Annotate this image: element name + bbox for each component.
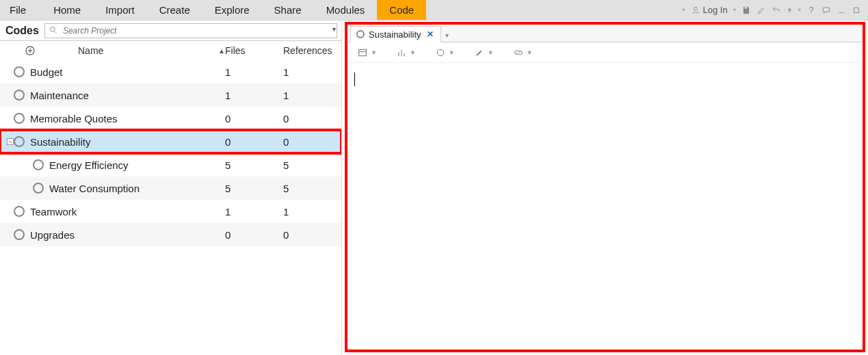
dot-sep: • <box>733 5 736 15</box>
layout-tool[interactable]: ▼ <box>357 47 377 58</box>
svg-rect-2 <box>823 7 829 11</box>
sort-asc-icon: ▲ <box>218 47 225 55</box>
highlight-tool[interactable]: ▼ <box>474 47 494 58</box>
link-tool[interactable]: ▼ <box>513 47 533 58</box>
search-input[interactable] <box>44 23 337 38</box>
row-refs: 0 <box>283 229 341 241</box>
node-icon <box>14 66 25 77</box>
menu-code[interactable]: Code <box>377 0 426 20</box>
row-refs: 1 <box>283 90 341 101</box>
row-files: 5 <box>225 159 283 171</box>
user-icon <box>691 5 700 15</box>
code-row-water-consumption[interactable]: Water Consumption55 <box>0 176 341 200</box>
panel-header: Codes ▾ <box>0 21 341 41</box>
comment-icon[interactable] <box>821 5 831 15</box>
svg-point-5 <box>50 27 55 31</box>
dot-sep: • <box>682 5 685 15</box>
row-name: Memorable Quotes <box>25 113 225 124</box>
search-icon <box>49 25 58 35</box>
col-name-header[interactable]: Name ▲ <box>36 45 225 56</box>
col-refs-header[interactable]: References <box>283 45 341 56</box>
row-name: Teamwork <box>25 206 225 218</box>
add-code-icon[interactable] <box>25 45 36 56</box>
node-icon <box>14 90 25 101</box>
tab-drop-icon[interactable]: ▾ <box>441 29 453 42</box>
node-icon <box>14 229 25 240</box>
row-files: 0 <box>225 229 283 241</box>
code-row-upgrades[interactable]: Upgrades00 <box>0 223 341 246</box>
svg-rect-4 <box>854 8 859 12</box>
menu-create[interactable]: Create <box>147 0 202 20</box>
menu-right: • Log In • ▼ • ? <box>682 5 868 15</box>
code-row-teamwork[interactable]: Teamwork11 <box>0 200 341 223</box>
row-name: Energy Efficiency <box>44 159 225 171</box>
login-label: Log In <box>703 5 728 15</box>
menu-modules[interactable]: Modules <box>314 0 378 20</box>
row-files: 1 <box>225 206 283 218</box>
node-icon <box>14 113 25 124</box>
undo-drop[interactable]: ▼ <box>787 7 793 14</box>
maximize-icon[interactable] <box>852 5 861 15</box>
row-name: Water Consumption <box>44 183 225 194</box>
workspace: Codes ▾ Name ▲ Files References Budget11… <box>0 21 868 355</box>
node-icon <box>356 30 365 38</box>
node-icon <box>14 136 25 147</box>
dot-sep: • <box>798 5 801 15</box>
row-refs: 5 <box>283 183 341 194</box>
row-files: 1 <box>225 66 283 78</box>
row-name: Maintenance <box>25 90 225 101</box>
menu-explore[interactable]: Explore <box>202 0 262 20</box>
row-refs: 5 <box>283 159 341 171</box>
svg-line-6 <box>55 31 57 33</box>
search-wrap: ▾ <box>44 23 337 38</box>
undo-icon[interactable] <box>772 5 781 15</box>
row-files: 0 <box>225 136 283 148</box>
menu-bar: FileHomeImportCreateExploreShareModulesC… <box>0 0 868 21</box>
editor-area[interactable] <box>347 63 863 350</box>
menu-file[interactable]: File <box>0 0 41 20</box>
menu-left: FileHomeImportCreateExploreShareModulesC… <box>0 0 426 20</box>
search-drop-icon[interactable]: ▾ <box>332 25 336 33</box>
circle-tool[interactable]: ▼ <box>435 47 455 58</box>
svg-rect-1 <box>745 6 748 8</box>
code-row-maintenance[interactable]: Maintenance11 <box>0 83 341 107</box>
menu-import[interactable]: Import <box>93 0 147 20</box>
menu-home[interactable]: Home <box>41 0 93 20</box>
login-button[interactable]: Log In <box>691 5 728 15</box>
row-refs: 0 <box>283 113 341 124</box>
chart-tool[interactable]: ▼ <box>396 47 416 58</box>
tab-strip: Sustainability ✕ ▾ <box>347 25 863 42</box>
node-icon <box>33 159 44 170</box>
row-refs: 0 <box>283 136 341 148</box>
detail-panel: Sustainability ✕ ▾ ▼ ▼ ▼ ▼ ▼ <box>345 22 865 352</box>
panel-title: Codes <box>0 25 44 37</box>
tab-sustainability[interactable]: Sustainability ✕ <box>350 26 441 42</box>
svg-point-0 <box>694 7 697 10</box>
menu-share[interactable]: Share <box>262 0 314 20</box>
col-files-header[interactable]: Files <box>225 45 283 56</box>
edit-icon[interactable] <box>757 5 766 15</box>
tab-label: Sustainability <box>369 29 421 40</box>
col-name-label: Name <box>78 45 103 56</box>
row-files: 0 <box>225 113 283 124</box>
tree-header: Name ▲ Files References <box>0 41 341 60</box>
help-icon[interactable]: ? <box>806 5 816 15</box>
row-name: Sustainability <box>25 136 225 148</box>
row-refs: 1 <box>283 66 341 78</box>
code-row-energy-efficiency[interactable]: Energy Efficiency55 <box>0 153 341 176</box>
node-icon <box>14 206 25 217</box>
code-row-sustainability[interactable]: –Sustainability00 <box>0 130 341 153</box>
svg-rect-10 <box>359 49 367 55</box>
close-icon[interactable]: ✕ <box>425 29 435 39</box>
minimize-icon[interactable] <box>837 5 846 15</box>
text-cursor <box>354 73 355 86</box>
save-icon[interactable] <box>741 5 751 15</box>
code-row-budget[interactable]: Budget11 <box>0 60 341 83</box>
row-refs: 1 <box>283 206 341 218</box>
row-name: Budget <box>25 66 225 78</box>
row-name: Upgrades <box>25 229 225 241</box>
expander-icon[interactable]: – <box>7 138 14 145</box>
svg-point-15 <box>437 49 443 55</box>
code-row-memorable-quotes[interactable]: Memorable Quotes00 <box>0 107 341 130</box>
node-icon <box>33 183 44 194</box>
